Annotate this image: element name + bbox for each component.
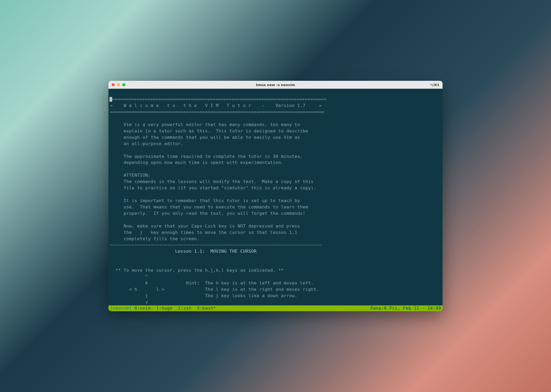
body-text: Now, make sure that your Caps-Lock key i… — [110, 224, 300, 229]
terminal-window: tmux new -s neovim ⌥⌘1 =================… — [108, 81, 443, 311]
diagram-line: ^ — [110, 274, 148, 279]
tmux-window-1[interactable]: 1:hugo — [156, 306, 178, 311]
body-text: enough of the commands that you will be … — [110, 135, 300, 140]
body-text: ATTENTION: — [110, 173, 151, 178]
diagram-line: < h l > The l key is at the right and mo… — [110, 287, 319, 292]
tmux-window-2[interactable]: 2:zsh — [178, 306, 197, 311]
body-text: The approximate time required to complet… — [110, 154, 303, 159]
diagram-line: v — [110, 300, 148, 305]
body-text: It is important to remember that this tu… — [110, 198, 300, 203]
titlebar: tmux new -s neovim ⌥⌘1 — [108, 81, 443, 89]
diagram-line: j The j key looks like a down arrow. — [110, 293, 297, 298]
minimize-icon[interactable] — [117, 83, 120, 86]
window-shortcut: ⌥⌘1 — [430, 83, 439, 87]
body-text: properly. If you only read the text, you… — [110, 211, 305, 216]
border-line: ========================================… — [110, 109, 324, 114]
hint-title: ** To move the cursor, press the h,j,k,l… — [110, 268, 284, 273]
body-text: Vim is a very powerful editor that has m… — [110, 122, 300, 127]
body-text: an all-purpose editor. — [110, 141, 183, 146]
separator-line: ~~~~~~~~~~~~~~~~~~~~~~~~~~~~~~~~~~~~~~~~… — [110, 242, 322, 247]
window-title: tmux new -s neovim — [256, 83, 295, 87]
body-text: file to practice on (if you started "vim… — [110, 185, 316, 190]
terminal-content[interactable]: ========================================… — [108, 89, 443, 305]
traffic-lights — [112, 83, 125, 86]
diagram-line: k Hint: The h key is at the left and mov… — [110, 280, 314, 286]
body-text: the j key enough times to move the curso… — [110, 230, 297, 235]
maximize-icon[interactable] — [122, 83, 125, 86]
border-line: ========================================… — [112, 97, 326, 102]
tmux-window-0[interactable]: 0:nvim- — [134, 306, 156, 311]
body-text: explain in a tutor such as this. This tu… — [110, 128, 308, 133]
body-text: completely fills the screen. — [110, 236, 200, 241]
body-text: The commands in the lessons will modify … — [110, 179, 314, 184]
lesson-title: Lesson 1.1: MOVING THE CURSOR — [110, 249, 257, 254]
close-icon[interactable] — [112, 83, 115, 86]
body-text: use. That means that you need to execute… — [110, 204, 308, 210]
session-name: [neovim] — [110, 306, 134, 311]
tmux-window-3[interactable]: 3:bash* — [197, 306, 216, 311]
cursor-block — [110, 97, 112, 102]
header-line: = W e l c o m e t o t h e V I M T u t o … — [110, 103, 322, 108]
body-text: depending upon how much time is spent wi… — [110, 160, 284, 165]
status-left: [neovim] 0:nvim- 1:hugo 2:zsh 3:bash* — [110, 306, 216, 311]
status-right: Pane:0 Fri, Feb 11 - 14:49 — [370, 306, 441, 311]
tmux-status-bar: [neovim] 0:nvim- 1:hugo 2:zsh 3:bash* Pa… — [108, 305, 443, 311]
